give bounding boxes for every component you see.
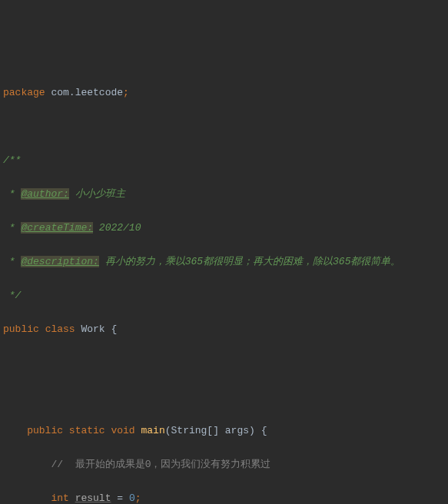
keyword-package: package bbox=[3, 87, 45, 98]
doc-comment-open: /** bbox=[3, 152, 448, 169]
class-decl-line: public class Work { bbox=[3, 321, 448, 338]
doc-description-line: * @description: 再小的努力，乘以365都很明显；再大的困难，除以… bbox=[3, 254, 448, 270]
code-line: package com.leetcode; bbox=[3, 85, 448, 101]
comment-line: // 最开始的成果是0，因为我们没有努力积累过 bbox=[3, 456, 448, 473]
keyword-public: public bbox=[3, 323, 39, 335]
blank-line bbox=[3, 389, 448, 406]
param-args: args bbox=[225, 425, 249, 436]
class-identifier: Work bbox=[81, 323, 105, 335]
type-string: String bbox=[171, 425, 207, 436]
createtime-tag: @createTime: bbox=[21, 222, 93, 234]
author-value: 小小少班主 bbox=[69, 188, 125, 200]
createtime-value: 2022/10 bbox=[93, 222, 141, 234]
semicolon: ; bbox=[123, 87, 129, 98]
blank-line bbox=[3, 355, 448, 372]
doc-author-line: * @author: 小小少班主 bbox=[3, 186, 448, 203]
keyword-class: class bbox=[45, 323, 75, 335]
description-value: 再小的努力，乘以365都很明显；再大的困难，除以365都很简单。 bbox=[99, 256, 401, 267]
var-result: result bbox=[75, 492, 111, 504]
code-editor[interactable]: package com.leetcode; /** * @author: 小小少… bbox=[0, 68, 448, 504]
package-path: com.leetcode bbox=[51, 87, 123, 98]
doc-comment-close: */ bbox=[3, 287, 448, 304]
description-tag: @description: bbox=[21, 256, 98, 267]
doc-createtime-line: * @createTime: 2022/10 bbox=[3, 220, 448, 237]
method-main: main bbox=[141, 425, 165, 436]
number-literal: 0 bbox=[129, 492, 135, 504]
author-tag: @author: bbox=[21, 188, 68, 200]
blank-line bbox=[3, 118, 448, 135]
main-method-line: public static void main(String[] args) { bbox=[3, 423, 448, 439]
var-decl-line: int result = 0; bbox=[3, 490, 448, 504]
